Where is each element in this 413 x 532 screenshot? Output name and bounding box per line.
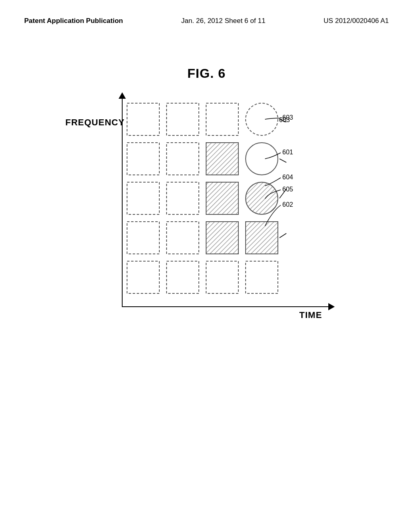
svg-rect-5 [167, 143, 199, 175]
svg-rect-1 [167, 103, 199, 135]
svg-rect-4 [127, 143, 159, 175]
diagram-container: FREQUENCY TIME [65, 97, 348, 331]
patent-page: Patent Application Publication Jan. 26, … [0, 0, 413, 532]
svg-rect-2 [206, 103, 238, 135]
svg-rect-18 [206, 182, 238, 214]
svg-rect-13 [206, 143, 238, 175]
svg-point-3 [246, 103, 278, 135]
svg-rect-23 [167, 222, 199, 254]
svg-rect-22 [127, 222, 159, 254]
svg-rect-30 [206, 261, 238, 293]
y-axis-arrow [119, 92, 126, 99]
label-602-text: 602 [282, 201, 293, 208]
patent-number-label: US 2012/0020406 A1 [323, 16, 389, 26]
date-sheet-label: Jan. 26, 2012 Sheet 6 of 11 [181, 16, 265, 26]
frequency-label: FREQUENCY [65, 117, 125, 128]
svg-rect-24 [206, 222, 238, 254]
page-header: Patent Application Publication Jan. 26, … [0, 0, 413, 26]
publication-label: Patent Application Publication [24, 16, 123, 26]
svg-rect-26 [246, 222, 278, 254]
svg-rect-29 [167, 261, 199, 293]
svg-point-15 [246, 143, 278, 175]
label-603-text: 603 [282, 114, 293, 121]
svg-rect-16 [127, 182, 159, 214]
grid-svg [125, 101, 331, 307]
label-601-text: 601 [282, 149, 293, 156]
label-605-text: 605 [282, 186, 293, 193]
svg-rect-17 [167, 182, 199, 214]
label-604-text: 604 [282, 174, 293, 181]
time-label: TIME [299, 310, 322, 320]
y-axis [122, 97, 123, 307]
svg-rect-28 [127, 261, 159, 293]
svg-rect-31 [246, 261, 278, 293]
svg-rect-0 [127, 103, 159, 135]
figure-title: FIG. 6 [0, 66, 413, 81]
